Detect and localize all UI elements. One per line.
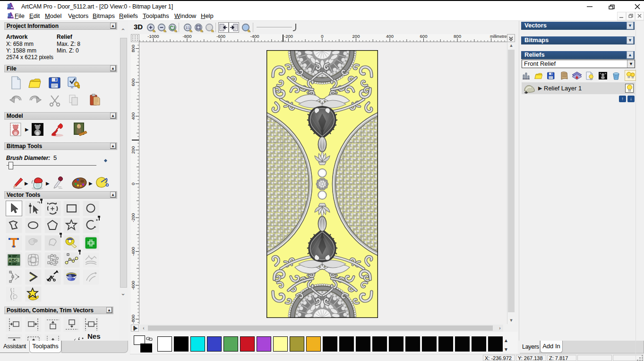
svg-text:-200: -200 (284, 34, 293, 39)
svg-text:-800: -800 (131, 315, 136, 324)
svg-text:200: 200 (352, 34, 360, 39)
svg-text:400: 400 (386, 34, 394, 39)
svg-text:-800: -800 (182, 34, 191, 39)
svg-text:-1000: -1000 (147, 34, 159, 39)
svg-text:-400: -400 (131, 247, 136, 256)
svg-text:800: 800 (454, 34, 461, 39)
svg-text:millimetres: millimetres (490, 35, 507, 39)
svg-text:1:1: 1:1 (186, 26, 190, 29)
svg-text:-200: -200 (131, 213, 136, 222)
svg-text:600: 600 (420, 34, 428, 39)
svg-text:ABC: ABC (9, 257, 18, 262)
svg-text:-400: -400 (250, 34, 259, 39)
svg-text:400: 400 (131, 113, 136, 120)
svg-text:0: 0 (131, 183, 136, 185)
svg-text:-600: -600 (131, 281, 136, 290)
svg-text:-600: -600 (216, 34, 225, 39)
svg-text:0: 0 (321, 34, 323, 39)
svg-text:200: 200 (131, 146, 136, 154)
svg-text:600: 600 (131, 79, 136, 86)
svg-text:800: 800 (131, 45, 136, 53)
